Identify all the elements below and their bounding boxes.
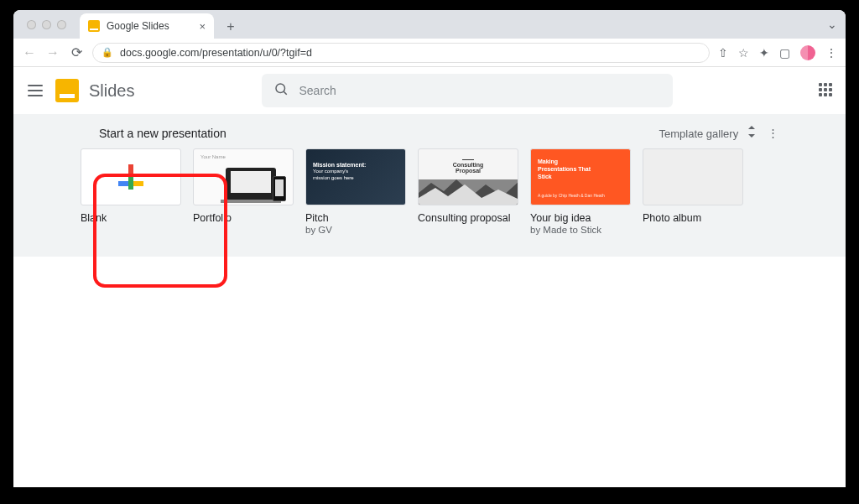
- template-row: Blank Your Name Portfolio Mission st: [81, 148, 778, 235]
- profile-avatar[interactable]: [800, 45, 815, 60]
- browser-menu-icon[interactable]: ⋮: [825, 46, 837, 60]
- template-consulting[interactable]: Consulting Proposal Consulting proposal: [418, 148, 518, 235]
- svg-line-1: [284, 91, 287, 94]
- browser-window: Google Slides × + ⌄ ← → ⟳ 🔒 docs.google.…: [13, 10, 846, 487]
- main-menu-button[interactable]: [25, 81, 45, 101]
- expand-icon: [747, 127, 756, 140]
- url-text: docs.google.com/presentation/u/0/?tgif=d: [120, 47, 312, 59]
- tabs-chevron-icon[interactable]: ⌄: [827, 18, 837, 31]
- forward-button[interactable]: →: [45, 45, 60, 60]
- close-tab-icon[interactable]: ×: [199, 20, 206, 33]
- template-sub: by GV: [305, 225, 406, 235]
- album-thumb: [643, 148, 743, 205]
- sidepanel-icon[interactable]: ▢: [779, 46, 790, 60]
- traffic-light-minimize[interactable]: [42, 20, 51, 29]
- blank-thumb: [81, 148, 181, 205]
- consulting-thumb: Consulting Proposal: [418, 148, 518, 205]
- search-input[interactable]: [299, 84, 661, 97]
- plus-icon: [118, 164, 143, 190]
- app-header: Slides: [13, 67, 846, 114]
- idea-thumb: Making Presentations That Stick A guide …: [530, 148, 631, 205]
- template-title: Pitch: [305, 212, 406, 224]
- google-apps-icon[interactable]: [819, 83, 834, 98]
- template-portfolio[interactable]: Your Name Portfolio: [193, 148, 294, 235]
- slides-favicon: [88, 20, 100, 32]
- template-sub: by Made to Stick: [530, 225, 631, 235]
- template-title: Portfolio: [193, 212, 294, 224]
- portfolio-thumb: Your Name: [193, 148, 294, 205]
- new-tab-button[interactable]: +: [219, 15, 242, 39]
- traffic-light-maximize[interactable]: [57, 20, 66, 29]
- back-button[interactable]: ←: [22, 45, 37, 60]
- share-icon[interactable]: ⇧: [718, 46, 728, 60]
- pitch-thumb: Mission statement: Your company's missio…: [305, 148, 406, 205]
- template-title: Your big idea: [530, 212, 631, 224]
- template-photo-album[interactable]: Photo album: [643, 148, 743, 235]
- page-body: Slides Start a new presentation Template…: [13, 67, 846, 487]
- svg-point-0: [276, 84, 285, 93]
- bookmark-icon[interactable]: ☆: [738, 46, 749, 60]
- template-big-idea[interactable]: Making Presentations That Stick A guide …: [530, 148, 631, 235]
- window-controls: [20, 10, 73, 39]
- gallery-more-icon[interactable]: ⋮: [768, 127, 778, 139]
- search-icon: [273, 81, 289, 100]
- template-pitch[interactable]: Mission statement: Your company's missio…: [305, 148, 406, 235]
- slides-logo: [55, 79, 79, 102]
- template-title: Consulting proposal: [418, 212, 518, 224]
- template-gallery-section: Start a new presentation Template galler…: [13, 114, 846, 257]
- template-blank[interactable]: Blank: [81, 148, 181, 235]
- extensions-icon[interactable]: ✦: [759, 46, 769, 60]
- browser-tab-bar: Google Slides × + ⌄: [13, 10, 846, 39]
- search-box[interactable]: [262, 74, 673, 107]
- lock-icon: 🔒: [102, 47, 113, 58]
- gallery-title: Start a new presentation: [99, 127, 226, 140]
- reload-button[interactable]: ⟳: [69, 44, 84, 60]
- template-title: Photo album: [643, 212, 743, 224]
- browser-tab[interactable]: Google Slides ×: [80, 13, 214, 39]
- tab-title: Google Slides: [107, 20, 169, 32]
- address-bar[interactable]: 🔒 docs.google.com/presentation/u/0/?tgif…: [92, 43, 710, 63]
- content-area: [13, 257, 846, 487]
- traffic-light-close[interactable]: [27, 20, 36, 29]
- app-name: Slides: [89, 81, 134, 101]
- template-title: Blank: [81, 212, 181, 224]
- browser-actions: ⇧ ☆ ✦ ▢ ⋮: [718, 45, 837, 60]
- browser-toolbar: ← → ⟳ 🔒 docs.google.com/presentation/u/0…: [13, 39, 846, 67]
- template-gallery-button[interactable]: Template gallery: [659, 126, 757, 140]
- gallery-header: Start a new presentation Template galler…: [81, 126, 778, 140]
